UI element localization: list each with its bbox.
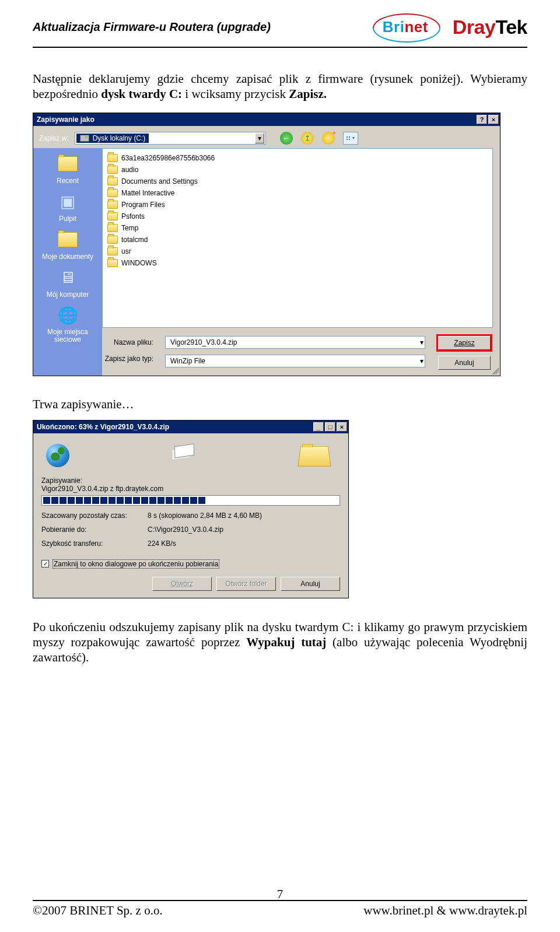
save-button[interactable]: Zapisz	[438, 336, 491, 350]
close-button[interactable]: ×	[337, 422, 347, 432]
list-item[interactable]: audio	[107, 164, 488, 176]
open-folder-icon	[298, 446, 331, 467]
open-button: Otwórz	[152, 577, 212, 591]
folder-icon	[107, 166, 118, 174]
new-folder-icon[interactable]	[322, 132, 335, 145]
progress-bar	[41, 495, 340, 506]
dropdown-arrow-icon[interactable]: ▾	[420, 357, 424, 365]
save-as-title: Zapisywanie jako	[37, 115, 94, 124]
folder-icon	[107, 212, 118, 220]
computer-icon: 🖥	[55, 267, 80, 289]
brand-logos: Brinet DrayTek	[371, 15, 527, 39]
close-when-done-label: Zamknij to okno dialogowe po ukończeniu …	[52, 559, 219, 569]
places-my-documents[interactable]: Moje dokumenty	[33, 229, 102, 261]
doc-header: Aktualizacja Firmware-u Routera (upgrade…	[33, 10, 527, 43]
places-desktop[interactable]: ▣ Pulpit	[33, 191, 102, 223]
list-item[interactable]: Temp	[107, 222, 488, 234]
list-item[interactable]: Documents and Settings	[107, 176, 488, 187]
save-in-label: Zapisz w:	[39, 134, 69, 142]
list-item[interactable]: WINDOWS	[107, 257, 488, 269]
save-in-combo[interactable]: Dysk lokalny (C:) ▾	[75, 132, 266, 145]
close-button[interactable]: ×	[488, 115, 499, 124]
filetype-combo[interactable]: WinZip File ▾	[165, 355, 425, 367]
draytek-logo: DrayTek	[453, 16, 527, 38]
maximize-button[interactable]: □	[325, 422, 335, 432]
open-folder-button: Otwórz folder	[216, 577, 276, 591]
documents-icon	[55, 229, 80, 251]
places-network[interactable]: 🌐 Moje miejsca sieciowe	[33, 304, 102, 344]
list-item[interactable]: Psfonts	[107, 211, 488, 222]
saving-label: Zapisywanie:	[41, 476, 340, 485]
flying-page-icon	[174, 443, 194, 458]
file-list[interactable]: 63a1ea3265986e87556b3066 audio Documents…	[102, 148, 493, 328]
page-number: 7	[277, 887, 284, 902]
download-titlebar[interactable]: Ukończono: 63% z Vigor2910_V3.0.4.zip _ …	[33, 421, 348, 433]
folder-icon	[107, 154, 118, 162]
download-animation	[41, 439, 340, 472]
list-item[interactable]: 63a1ea3265986e87556b3066	[107, 152, 488, 164]
list-item[interactable]: Mattel Interactive	[107, 187, 488, 199]
folder-icon	[107, 259, 118, 267]
paragraph-saving: Trwa zapisywanie…	[33, 397, 527, 412]
back-icon[interactable]: ←	[280, 132, 293, 145]
up-one-level-icon[interactable]: ↥	[301, 132, 314, 145]
views-menu-button[interactable]: ▾	[343, 132, 358, 145]
save-as-titlebar[interactable]: Zapisywanie jako ? ×	[33, 113, 500, 126]
list-item[interactable]: Program Files	[107, 199, 488, 211]
places-bar: Recent ▣ Pulpit Moje dokumenty 🖥 Mój kom…	[33, 148, 102, 376]
transfer-rate-row: Szybkość transferu: 224 KB/s	[41, 539, 340, 548]
list-item[interactable]: usr	[107, 246, 488, 257]
desktop-icon: ▣	[55, 191, 80, 213]
doc-title: Aktualizacja Firmware-u Routera (upgrade…	[33, 20, 271, 34]
drive-icon	[80, 135, 89, 142]
folder-icon	[107, 189, 118, 197]
header-rule	[33, 47, 527, 48]
help-button[interactable]: ?	[477, 115, 487, 124]
checkbox-icon[interactable]: ✓	[41, 560, 49, 567]
filetype-label: Zapisz jako typ:	[102, 355, 153, 363]
list-item[interactable]: totalcmd	[107, 234, 488, 246]
dropdown-arrow-icon[interactable]: ▾	[255, 133, 264, 143]
dropdown-arrow-icon[interactable]: ▾	[420, 338, 424, 346]
folder-icon	[107, 177, 118, 185]
recent-icon	[55, 153, 80, 175]
download-progress-dialog: Ukończono: 63% z Vigor2910_V3.0.4.zip _ …	[33, 420, 349, 598]
brinet-logo: Brinet	[371, 15, 440, 39]
save-as-dialog: Zapisywanie jako ? × Zapisz w: Dysk loka…	[33, 113, 501, 376]
folder-icon	[107, 247, 118, 255]
folder-icon	[107, 224, 118, 232]
filename-label: Nazwa pliku:	[102, 338, 153, 346]
filename-input[interactable]: Vigor2910_V3.0.4.zip ▾	[165, 336, 425, 349]
paragraph-1: Następnie deklarujemy gdzie chcemy zapis…	[33, 71, 527, 102]
paragraph-2: Po ukończeniu odszukujemy zapisany plik …	[33, 619, 527, 665]
page-footer: 7 ©2007 BRINET Sp. z o.o. www.brinet.pl …	[33, 900, 527, 918]
close-when-done-row[interactable]: ✓ Zamknij to okno dialogowe po ukończeni…	[41, 559, 340, 569]
cancel-button[interactable]: Anuluj	[281, 577, 340, 591]
minimize-button[interactable]: _	[313, 422, 324, 432]
cancel-button[interactable]: Anuluj	[438, 356, 491, 370]
footer-left: ©2007 BRINET Sp. z o.o.	[33, 903, 163, 918]
folder-icon	[107, 236, 118, 244]
download-title: Ukończono: 63% z Vigor2910_V3.0.4.zip	[37, 423, 169, 431]
download-to-row: Pobieranie do: C:\Vigor2910_V3.0.4.zip	[41, 525, 340, 534]
footer-right: www.brinet.pl & www.draytek.pl	[363, 903, 527, 918]
places-my-computer[interactable]: 🖥 Mój komputer	[33, 267, 102, 299]
globe-icon	[46, 444, 69, 467]
folder-icon	[107, 201, 118, 209]
network-icon: 🌐	[55, 304, 80, 327]
places-recent[interactable]: Recent	[33, 153, 102, 185]
resize-grip-icon[interactable]	[491, 366, 499, 374]
saving-value: Vigor2910_V3.0.4.zip z ftp.draytek.com	[41, 485, 340, 493]
eta-row: Szacowany pozostały czas: 8 s (skopiowan…	[41, 511, 340, 520]
